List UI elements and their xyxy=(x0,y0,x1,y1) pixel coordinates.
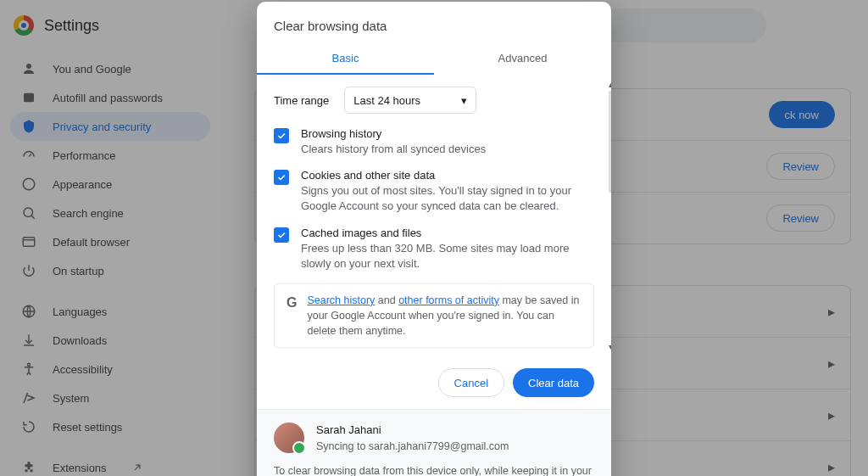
sync-user-email: Syncing to sarah.jahani7799@gmail.com xyxy=(316,439,509,455)
check-title: Cookies and other site data xyxy=(301,169,594,182)
info-box: G Search history and other forms of acti… xyxy=(274,283,594,348)
cancel-button[interactable]: Cancel xyxy=(438,368,504,397)
scroll-up-icon: ▴ xyxy=(609,80,612,89)
clear-browsing-dialog: Clear browsing data Basic Advanced ▴ ▾ T… xyxy=(257,2,611,476)
checkbox-cache[interactable] xyxy=(274,227,289,243)
check-subtitle: Signs you out of most sites. You'll stay… xyxy=(301,183,594,214)
time-range-select[interactable]: Last 24 hours ▾ xyxy=(344,87,476,114)
chevron-down-icon: ▾ xyxy=(461,94,467,107)
info-text: and xyxy=(375,294,398,306)
check-subtitle: Frees up less than 320 MB. Some sites ma… xyxy=(301,241,594,272)
dialog-title: Clear browsing data xyxy=(257,2,611,43)
tab-advanced[interactable]: Advanced xyxy=(434,43,611,75)
scroll-down-icon: ▾ xyxy=(609,342,612,351)
check-title: Cached images and files xyxy=(301,227,594,239)
sync-user-name: Sarah Jahani xyxy=(316,422,509,439)
checkbox-browsing-history[interactable] xyxy=(274,128,289,143)
sync-note: To clear browsing data from this device … xyxy=(274,465,592,476)
time-range-label: Time range xyxy=(274,94,329,107)
other-activity-link[interactable]: other forms of activity xyxy=(398,294,499,306)
time-range-value: Last 24 hours xyxy=(353,94,420,107)
search-history-link[interactable]: Search history xyxy=(307,294,375,306)
tab-basic[interactable]: Basic xyxy=(257,43,434,75)
check-title: Browsing history xyxy=(301,127,486,140)
checkbox-cookies[interactable] xyxy=(274,170,289,185)
google-g-icon: G xyxy=(287,293,297,312)
check-subtitle: Clears history from all synced devices xyxy=(301,142,486,157)
clear-data-button[interactable]: Clear data xyxy=(513,368,594,397)
user-avatar xyxy=(274,423,304,453)
dialog-scrollbar[interactable]: ▴ ▾ xyxy=(604,80,611,351)
